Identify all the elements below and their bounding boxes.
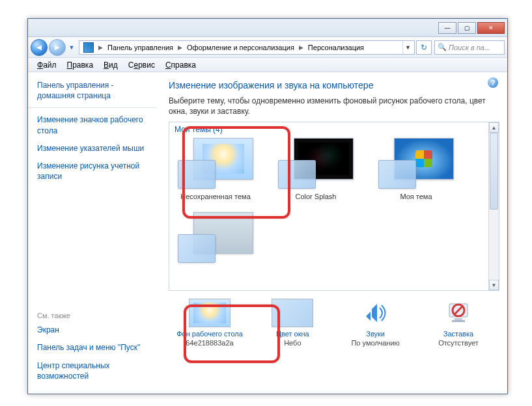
window-color-thumbnail (272, 299, 313, 327)
see-also-header: См. также (37, 312, 148, 319)
sidebar-home-link[interactable]: Панель управления - домашняя страница (37, 80, 148, 101)
address-bar[interactable]: ▶ Панель управления ▶ Оформление и персо… (79, 40, 415, 55)
theme-label: Моя тема (400, 193, 432, 200)
history-dropdown[interactable]: ▼ (67, 43, 76, 52)
screensaver-icon (438, 299, 479, 327)
sidebar-link-display[interactable]: Экран (37, 325, 148, 335)
menu-edit[interactable]: Правка (62, 58, 99, 72)
setting-link: Фон рабочего стола (176, 330, 243, 338)
theme-thumbnail (278, 138, 354, 189)
search-placeholder: Поиск в па... (449, 44, 490, 51)
location-icon (83, 42, 94, 53)
minimize-button[interactable]: — (438, 22, 456, 34)
theme-item-my-theme[interactable]: Моя тема (375, 138, 457, 200)
svg-rect-1 (455, 318, 462, 320)
help-icon[interactable]: ? (488, 77, 498, 88)
theme-settings-row: Фон рабочего стола 64e218883a2a Цвет окн… (169, 291, 499, 347)
setting-screensaver[interactable]: Заставка Отсутствует (423, 299, 494, 347)
scroll-track[interactable] (489, 133, 499, 280)
menu-file[interactable]: Файл (32, 58, 62, 72)
themes-list: Мои темы (4) Несохраненная тема (169, 122, 499, 291)
explorer-window: — ▢ ✕ ◄ ► ▼ ▶ Панель управления ▶ Оформл… (27, 18, 508, 394)
setting-link: Цвет окна (276, 330, 309, 338)
theme-thumbnail (378, 138, 454, 189)
search-input[interactable]: 🔍 Поиск в па... (434, 40, 505, 55)
menubar: Файл Правка Вид Сервис Справка (28, 58, 507, 72)
setting-value: 64e218883a2a (186, 339, 233, 347)
scrollbar[interactable]: ▲ ▼ (488, 122, 499, 290)
setting-value: По умолчанию (351, 339, 399, 347)
setting-value: Небо (284, 339, 301, 347)
refresh-button[interactable]: ↻ (416, 40, 432, 55)
close-button[interactable]: ✕ (477, 22, 505, 34)
theme-thumbnail (178, 212, 253, 263)
sidebar-link-taskbar[interactable]: Панель задач и меню "Пуск" (37, 342, 148, 353)
theme-label: Несохраненная тема (180, 193, 251, 200)
desktop-background-thumbnail (189, 299, 231, 327)
sidebar-link-desktop-icons[interactable]: Изменение значков рабочего стола (37, 115, 148, 135)
scroll-up-button[interactable]: ▲ (489, 122, 499, 133)
back-button[interactable]: ◄ (31, 39, 48, 56)
theme-label: Color Splash (296, 193, 337, 200)
theme-item-color-splash[interactable]: Color Splash (275, 138, 357, 200)
menu-view[interactable]: Вид (98, 58, 123, 72)
chevron-right-icon: ▶ (297, 44, 305, 51)
theme-item-architecture[interactable] (175, 212, 257, 267)
window-body: Панель управления - домашняя страница Из… (28, 72, 507, 394)
maximize-button[interactable]: ▢ (458, 22, 476, 34)
page-title: Изменение изображения и звука на компьют… (169, 80, 499, 90)
chevron-right-icon: ▶ (176, 44, 184, 51)
nav-toolbar: ◄ ► ▼ ▶ Панель управления ▶ Оформление и… (28, 37, 507, 58)
address-dropdown[interactable]: ▼ (402, 41, 413, 54)
theme-item-unsaved[interactable]: Несохраненная тема (175, 138, 257, 200)
breadcrumb[interactable]: Персонализация (305, 41, 367, 54)
chevron-right-icon: ▶ (96, 44, 105, 51)
sidebar: Панель управления - домашняя страница Из… (28, 72, 157, 394)
sounds-icon (355, 299, 397, 327)
forward-button[interactable]: ► (49, 39, 66, 56)
breadcrumb[interactable]: Панель управления (105, 41, 176, 54)
breadcrumb[interactable]: Оформление и персонализация (184, 41, 297, 54)
setting-sounds[interactable]: Звуки По умолчанию (340, 299, 412, 347)
theme-thumbnail (178, 138, 253, 189)
menu-tools[interactable]: Сервис (123, 58, 160, 72)
search-icon: 🔍 (438, 43, 447, 51)
themes-group-header[interactable]: Мои темы (4) (169, 122, 499, 134)
content-pane: ? Изменение изображения и звука на компь… (157, 72, 507, 394)
setting-link: Заставка (443, 330, 473, 338)
setting-desktop-background[interactable]: Фон рабочего стола 64e218883a2a (174, 299, 245, 347)
titlebar: — ▢ ✕ (28, 19, 507, 37)
menu-help[interactable]: Справка (160, 58, 201, 72)
sidebar-link-mouse-pointers[interactable]: Изменение указателей мыши (37, 143, 148, 154)
page-description: Выберите тему, чтобы одновременно измени… (169, 96, 499, 116)
setting-window-color[interactable]: Цвет окна Небо (257, 299, 328, 347)
sidebar-link-account-picture[interactable]: Изменение рисунка учетной записи (37, 161, 148, 182)
scroll-thumb[interactable] (490, 133, 498, 210)
sidebar-link-ease-of-access[interactable]: Центр специальных возможностей (37, 360, 148, 381)
scroll-down-button[interactable]: ▼ (489, 280, 499, 290)
svg-rect-2 (452, 320, 465, 322)
setting-value: Отсутствует (438, 339, 479, 347)
setting-link: Звуки (366, 330, 385, 338)
